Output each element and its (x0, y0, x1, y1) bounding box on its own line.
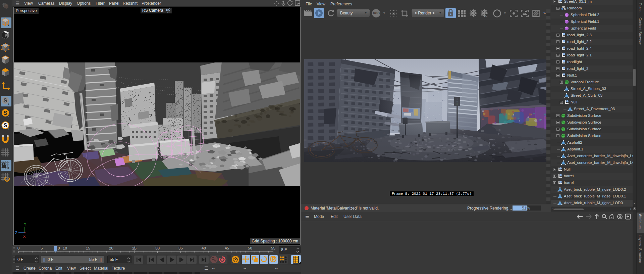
svg-text:Y: Y (24, 222, 26, 226)
svg-text:S: S (3, 110, 7, 116)
svg-text:Z: Z (15, 231, 17, 235)
svg-text:G: G (485, 14, 487, 17)
svg-text:S: S (4, 123, 7, 128)
svg-text:S: S (3, 97, 7, 104)
svg-text:X: X (23, 234, 26, 238)
